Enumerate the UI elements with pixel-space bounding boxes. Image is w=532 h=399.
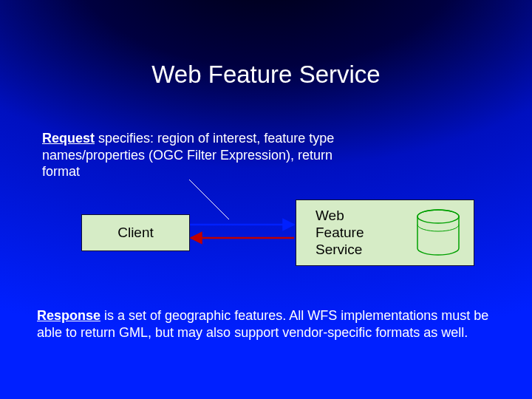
client-box: Client	[81, 214, 190, 251]
annotation-line	[189, 180, 229, 219]
response-description: Response is a set of geographic features…	[37, 307, 495, 341]
wfs-label: Web Feature Service	[316, 208, 364, 258]
slide: Web Feature Service Request specifies: r…	[0, 0, 532, 399]
response-body: is a set of geographic features. All WFS…	[37, 308, 488, 340]
database-icon	[415, 208, 462, 257]
client-label: Client	[117, 225, 154, 241]
wfs-box: Web Feature Service	[296, 200, 474, 266]
response-lead: Response	[37, 308, 100, 323]
